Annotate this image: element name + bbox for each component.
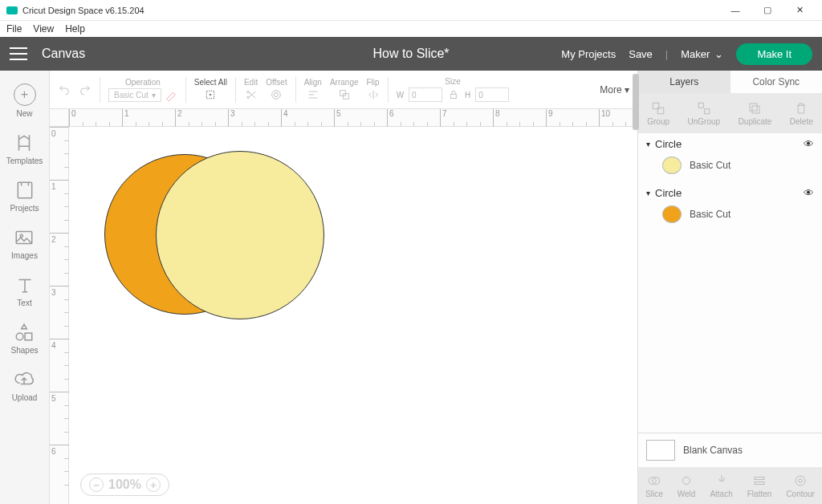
weld-button[interactable]: Weld — [678, 474, 696, 498]
layer-name: Circle — [655, 138, 682, 150]
offset-button[interactable]: Offset — [266, 78, 287, 101]
ruler-vertical: 0123456 — [50, 127, 69, 504]
chevron-down-icon: ⌄ — [714, 48, 723, 60]
svg-rect-12 — [451, 94, 457, 98]
my-projects-link[interactable]: My Projects — [561, 48, 616, 60]
svg-rect-11 — [343, 94, 348, 100]
upload-icon — [14, 369, 35, 390]
sidebar-item-images[interactable]: Images — [11, 222, 38, 265]
undo-button[interactable] — [58, 83, 71, 96]
duplicate-icon — [747, 101, 762, 116]
svg-point-24 — [799, 478, 803, 482]
canvas-shape-circle[interactable] — [156, 151, 324, 319]
images-icon — [14, 227, 35, 248]
visibility-toggle-icon[interactable]: 👁 — [804, 138, 814, 150]
machine-selector[interactable]: Maker ⌄ — [681, 48, 723, 60]
ungroup-button[interactable]: UnGroup — [688, 101, 721, 126]
edit-dropdown[interactable]: Edit — [244, 78, 258, 101]
height-input[interactable]: 0 — [475, 87, 509, 102]
color-swatch-icon[interactable] — [165, 88, 177, 101]
zoom-value: 100% — [108, 478, 141, 492]
svg-point-8 — [275, 92, 279, 96]
group-icon — [651, 101, 665, 116]
tab-color-sync[interactable]: Color Sync — [730, 71, 823, 93]
duplicate-button[interactable]: Duplicate — [739, 101, 772, 126]
sidebar-item-label: Templates — [6, 156, 43, 165]
make-it-button[interactable]: Make It — [736, 43, 812, 65]
canvas-area[interactable]: 012345678910 0123456 − 100% + — [50, 109, 637, 504]
flip-dropdown[interactable]: Flip — [367, 78, 380, 101]
canvas-surface[interactable] — [69, 127, 637, 504]
hamburger-menu-icon[interactable] — [10, 47, 27, 60]
minimize-button[interactable]: — — [719, 0, 751, 21]
layer-item[interactable]: ▾Circle👁Basic Cut — [638, 182, 822, 231]
menu-file[interactable]: File — [6, 23, 22, 35]
flip-label: Flip — [367, 78, 380, 87]
attach-icon — [714, 474, 729, 488]
edit-label: Edit — [244, 78, 258, 87]
maximize-button[interactable]: ▢ — [751, 0, 783, 21]
more-dropdown[interactable]: More ▾ — [600, 84, 629, 96]
sidebar-item-new[interactable]: + New — [14, 79, 36, 123]
blank-canvas-swatch — [646, 440, 675, 461]
layer-item[interactable]: ▾Circle👁Basic Cut — [638, 133, 822, 182]
sidebar-item-templates[interactable]: Templates — [6, 128, 43, 170]
sidebar-item-label: Images — [11, 251, 38, 260]
svg-point-6 — [246, 91, 249, 93]
select-all-button[interactable]: Select All — [194, 78, 227, 101]
operation-dropdown[interactable]: Basic Cut▾ — [108, 88, 161, 102]
select-all-label: Select All — [194, 78, 227, 87]
tab-layers[interactable]: Layers — [638, 71, 730, 93]
attach-button[interactable]: Attach — [710, 474, 732, 498]
layer-color-swatch[interactable] — [662, 156, 682, 174]
size-label: Size — [445, 77, 460, 86]
edit-toolbar: Operation Basic Cut▾ Select All Edit Of — [50, 71, 637, 109]
machine-label: Maker — [681, 48, 710, 60]
lock-icon[interactable] — [447, 88, 460, 101]
layer-action-bar: Group UnGroup Duplicate Delete — [638, 93, 822, 133]
sidebar-item-shapes[interactable]: Shapes — [11, 317, 39, 360]
svg-rect-16 — [705, 108, 710, 113]
group-button[interactable]: Group — [647, 101, 669, 126]
projects-icon — [14, 180, 35, 201]
align-label: Align — [304, 78, 322, 87]
select-all-icon — [204, 88, 217, 101]
menu-help[interactable]: Help — [65, 23, 85, 35]
zoom-out-button[interactable]: − — [89, 478, 104, 492]
sidebar-item-label: Projects — [10, 204, 39, 213]
chevron-down-icon: ▾ — [646, 189, 650, 197]
contour-button[interactable]: Contour — [786, 474, 815, 498]
plus-icon: + — [14, 83, 36, 106]
sidebar-item-upload[interactable]: Upload — [12, 364, 38, 407]
delete-button[interactable]: Delete — [790, 101, 813, 126]
svg-point-7 — [246, 96, 249, 99]
sidebar-item-projects[interactable]: Projects — [10, 175, 39, 217]
align-dropdown[interactable]: Align — [304, 78, 322, 101]
svg-point-3 — [17, 333, 24, 340]
zoom-control[interactable]: − 100% + — [80, 474, 169, 496]
project-title: How to Slice* — [372, 47, 449, 61]
align-icon — [307, 88, 319, 101]
slice-button[interactable]: Slice — [645, 474, 663, 498]
blank-canvas-row[interactable]: Blank Canvas — [638, 433, 822, 467]
redo-button[interactable] — [79, 83, 92, 96]
layer-color-swatch[interactable] — [662, 205, 682, 223]
arrange-dropdown[interactable]: Arrange — [330, 78, 359, 101]
size-group: Size W 0 H 0 — [397, 77, 510, 102]
width-input[interactable]: 0 — [409, 87, 442, 102]
zoom-in-button[interactable]: + — [146, 478, 161, 492]
arrange-label: Arrange — [330, 78, 359, 87]
scrollbar-thumb[interactable] — [633, 74, 639, 130]
svg-rect-0 — [18, 182, 31, 198]
bottom-action-bar: Slice Weld Attach Flatten Contour — [638, 467, 822, 504]
svg-rect-21 — [755, 477, 764, 479]
sidebar-item-text[interactable]: Text — [14, 270, 35, 312]
menu-view[interactable]: View — [33, 23, 54, 35]
svg-rect-10 — [340, 91, 345, 96]
save-link[interactable]: Save — [629, 48, 653, 60]
visibility-toggle-icon[interactable]: 👁 — [804, 187, 814, 199]
close-button[interactable]: ✕ — [783, 0, 816, 21]
flatten-button[interactable]: Flatten — [747, 474, 772, 498]
svg-point-9 — [272, 91, 281, 100]
divider: | — [665, 48, 668, 60]
